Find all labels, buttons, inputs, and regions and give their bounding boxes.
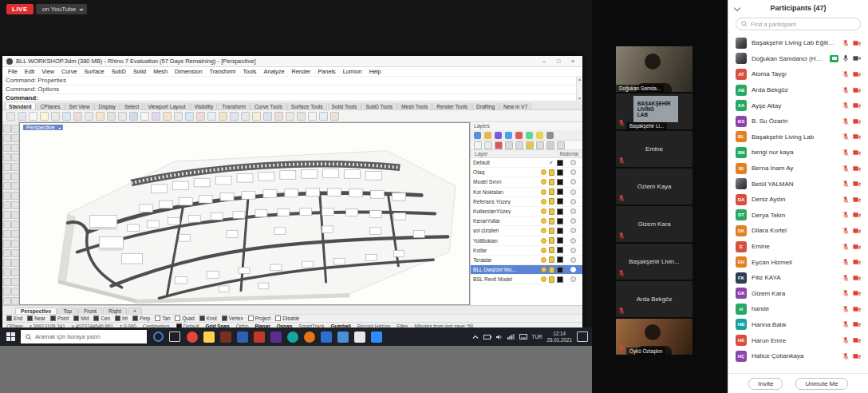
tool-icon[interactable] bbox=[11, 201, 19, 209]
tool-icon[interactable] bbox=[3, 173, 11, 181]
tool-icon[interactable] bbox=[3, 192, 11, 200]
layer-color-swatch[interactable] bbox=[557, 179, 563, 185]
layer-visibility-icon[interactable] bbox=[541, 199, 546, 204]
mic-icon[interactable] bbox=[842, 305, 849, 313]
layer-material-icon[interactable] bbox=[566, 238, 580, 244]
participant-row[interactable]: FK Filiz KAYA bbox=[728, 270, 868, 286]
menu-item[interactable]: Analyze bbox=[264, 68, 285, 75]
layer-row[interactable]: BSL Revit Model bbox=[471, 275, 582, 284]
layer-lock-icon[interactable] bbox=[549, 208, 554, 215]
layer-visibility-icon[interactable] bbox=[541, 169, 546, 175]
menu-item[interactable]: Solid bbox=[133, 68, 146, 75]
maximize-icon[interactable] bbox=[553, 58, 564, 64]
participant-row[interactable]: GK Gizem Kara bbox=[728, 286, 868, 302]
taskbar-app-icon[interactable] bbox=[254, 331, 265, 343]
video-tile[interactable]: Arda Bekgöz bbox=[616, 281, 692, 317]
toolbar-tab[interactable]: Select bbox=[120, 102, 143, 109]
layer-row[interactable]: Default bbox=[471, 158, 582, 168]
layer-row[interactable]: Model Sınırı bbox=[471, 177, 582, 187]
menu-item[interactable]: Dimension bbox=[175, 68, 202, 75]
toolbar-icon[interactable] bbox=[140, 112, 149, 121]
tool-icon[interactable] bbox=[11, 278, 19, 286]
layer-tool-icon[interactable] bbox=[484, 141, 492, 149]
participant-row[interactable]: DK Dilara Kortel bbox=[728, 223, 868, 239]
mic-icon[interactable] bbox=[842, 274, 849, 282]
toolbar-icon[interactable] bbox=[219, 112, 227, 121]
toolbar-icon[interactable] bbox=[73, 112, 82, 121]
camera-icon[interactable] bbox=[853, 55, 861, 62]
toolbar-icon[interactable] bbox=[319, 112, 328, 121]
layer-material-icon[interactable] bbox=[566, 257, 580, 263]
osnap-toggle[interactable]: Tan bbox=[155, 316, 170, 321]
video-tile[interactable]: Özlem Kaya bbox=[616, 169, 692, 204]
mic-icon[interactable] bbox=[842, 211, 849, 219]
camera-icon[interactable] bbox=[853, 321, 861, 328]
toolbar-tab[interactable]: Render Tools bbox=[432, 102, 471, 109]
layer-material-icon[interactable] bbox=[566, 208, 580, 214]
layer-material-icon[interactable] bbox=[566, 267, 580, 272]
layer-color-swatch[interactable] bbox=[557, 198, 563, 204]
toolbar-tab[interactable]: Solid Tools bbox=[328, 102, 361, 109]
camera-icon[interactable] bbox=[853, 290, 861, 296]
camera-icon[interactable] bbox=[853, 40, 861, 46]
toolbar-icon[interactable] bbox=[308, 112, 317, 121]
participant-row[interactable]: Betül YALMAN bbox=[728, 176, 868, 192]
layer-lock-icon[interactable] bbox=[549, 179, 554, 185]
toolbar-icon[interactable] bbox=[96, 112, 105, 121]
toolbar-tab[interactable]: Mesh Tools bbox=[397, 102, 432, 109]
taskbar-app-icon[interactable] bbox=[321, 331, 332, 343]
layer-lock-icon[interactable] bbox=[549, 276, 554, 283]
tool-icon[interactable] bbox=[11, 211, 19, 219]
taskbar-app-icon[interactable] bbox=[270, 331, 282, 343]
tool-icon[interactable] bbox=[3, 288, 11, 296]
menu-item[interactable]: Edit bbox=[25, 68, 35, 75]
menu-item[interactable]: Lumion bbox=[343, 68, 362, 75]
layer-lock-icon[interactable] bbox=[549, 256, 554, 263]
toolbar-icon[interactable] bbox=[286, 112, 294, 121]
tool-icon[interactable] bbox=[3, 201, 11, 209]
taskbar-app-icon[interactable] bbox=[220, 331, 231, 343]
layer-material-icon[interactable] bbox=[566, 189, 580, 195]
layer-visibility-icon[interactable] bbox=[541, 267, 546, 272]
clock[interactable]: 12:14 26.01.2021 bbox=[546, 331, 572, 343]
tool-icon[interactable] bbox=[3, 134, 11, 142]
layer-color-swatch[interactable] bbox=[557, 228, 563, 234]
layer-visibility-icon[interactable] bbox=[541, 248, 546, 253]
network-icon[interactable] bbox=[507, 334, 515, 339]
taskbar-app-icon[interactable] bbox=[337, 331, 349, 343]
tool-icon[interactable] bbox=[3, 163, 11, 171]
participant-row[interactable]: BN bengi nur kaya bbox=[728, 145, 868, 161]
layer-row[interactable]: Teraslar bbox=[471, 256, 582, 265]
menu-item[interactable]: Tools bbox=[243, 68, 256, 75]
checkbox-icon[interactable] bbox=[132, 316, 138, 321]
checkbox-icon[interactable] bbox=[222, 316, 227, 321]
mic-icon[interactable] bbox=[842, 227, 849, 235]
layer-color-swatch[interactable] bbox=[557, 160, 563, 166]
camera-icon[interactable] bbox=[853, 228, 861, 234]
toolbar-icon[interactable] bbox=[51, 112, 60, 121]
mic-icon[interactable] bbox=[842, 54, 849, 62]
checkbox-icon[interactable] bbox=[248, 316, 254, 321]
layer-lock-icon[interactable] bbox=[549, 169, 554, 176]
tool-icon[interactable] bbox=[11, 297, 19, 305]
toolbar-icon[interactable] bbox=[18, 112, 26, 121]
layer-visibility-icon[interactable] bbox=[541, 228, 546, 233]
checkbox-icon[interactable] bbox=[73, 316, 79, 321]
checkbox-icon[interactable] bbox=[115, 316, 120, 321]
camera-icon[interactable] bbox=[853, 306, 861, 312]
tool-icon[interactable] bbox=[3, 268, 11, 276]
layer-row[interactable]: YolBlokları bbox=[471, 236, 582, 246]
layer-row[interactable]: KullanılanYüzey bbox=[471, 207, 582, 216]
toolbar-icon[interactable] bbox=[185, 112, 194, 121]
osnap-toggle[interactable]: Point bbox=[50, 316, 69, 321]
menu-item[interactable]: Curve bbox=[61, 68, 77, 75]
tool-icon[interactable] bbox=[11, 125, 19, 133]
tool-icon[interactable] bbox=[11, 240, 19, 248]
video-tile[interactable]: Emine bbox=[616, 131, 692, 167]
task-view-icon[interactable] bbox=[169, 331, 180, 342]
layer-row[interactable]: Otag bbox=[471, 168, 582, 177]
checkbox-icon[interactable] bbox=[6, 316, 12, 321]
menu-item[interactable]: Render bbox=[291, 68, 310, 75]
checkbox-icon[interactable] bbox=[275, 316, 281, 321]
camera-icon[interactable] bbox=[853, 118, 861, 125]
